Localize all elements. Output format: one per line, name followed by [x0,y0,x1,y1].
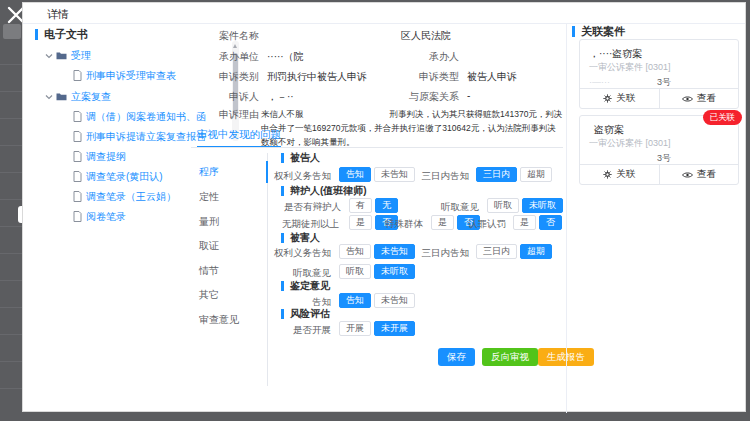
document-icon [73,151,82,162]
modal-title: 详情 [47,7,69,22]
row-label: 特殊群体 [353,218,423,231]
section-risk: 风险评估 [281,307,330,321]
tree-doc-label[interactable]: 刑事申诉受理审查表 [86,69,176,83]
toggle-group: 听取 未听取 [339,264,415,279]
tab-circumstances[interactable]: 情节 [199,264,259,278]
toggle-option[interactable]: 告知 [339,293,371,308]
field-value-appeal-category: 刑罚执行中被告人申诉 [267,70,367,84]
case-redacted-text: ·—··· [589,77,610,87]
link-case-label[interactable]: 关联 [616,92,635,105]
row-label: 是否有辩护人 [251,201,341,214]
tab-procedure[interactable]: 程序 [199,165,259,179]
view-case-button[interactable]: 查看 [660,165,739,184]
tree-doc-label[interactable]: 调查提纲 [86,150,126,164]
toggle-option[interactable]: 是 [513,215,536,230]
tab-qualification[interactable]: 定性 [199,190,259,204]
case-title: 盗窃案 [594,123,624,137]
row-label: 权利义务告知 [251,247,331,260]
toggle-option[interactable]: 三日内 [476,167,517,182]
review-section-header: 审视中发现的问题 [197,128,281,148]
row-label: 认罪认罚 [436,218,506,231]
link-case-button[interactable]: 关联 [580,89,660,108]
folder-icon [56,92,67,101]
toggle-group: 三日内 超期 [476,244,552,259]
tree-folder-label[interactable]: 受理 [71,49,91,63]
toggle-group: 三日内 超期 [476,167,552,182]
folder-icon [56,51,67,60]
toggle-option[interactable]: 听取 [339,264,371,279]
card-footer: 关联 查看 [580,88,738,108]
document-icon [73,191,82,202]
toggle-option[interactable]: 开展 [339,321,371,336]
tree-doc-label[interactable]: 阅卷笔录 [86,210,126,224]
field-value-reason: 来信人不服刑事判决，认为其只获得赃款141370元，判决中合并了一笔169270… [261,107,563,149]
reason-text-start: 来信人不服 [261,109,304,119]
toggle-option[interactable]: 有 [349,198,372,213]
tree-doc[interactable]: 调查提纲 [73,149,227,164]
view-case-button[interactable]: 查看 [660,89,739,108]
section-defendant: 被告人 [281,151,320,165]
case-subtitle: 一审公诉案件 [0301] [589,137,671,150]
field-label-relation: 与原案关系 [379,90,459,104]
field-value-appeal-type: 被告人申诉 [467,70,517,84]
background-table [0,38,22,408]
section-expert-opinion: 鉴定意见 [281,279,330,293]
row-label: 无期徒刑以上 [249,218,339,231]
tree-doc-label[interactable]: 调查笔录（王云娟） [86,190,176,204]
toggle-option[interactable]: 超期 [520,167,552,182]
row-label: 听取意见 [399,201,479,214]
gear-icon [603,170,612,179]
toggle-option[interactable]: 超期 [520,244,552,259]
eye-icon [682,171,693,179]
toggle-option[interactable]: 否 [539,215,562,230]
field-value-relation: - [467,90,470,101]
view-case-label[interactable]: 查看 [697,168,716,181]
document-icon [73,171,82,182]
reason-text-rest: 刑事判决，认为其只获得赃款141370元，判决中合并了一笔169270元款项，并… [261,109,562,147]
field-label-appellant: 申诉人 [183,90,259,104]
link-case-button[interactable]: 关联 [580,165,660,184]
tab-review-opinion[interactable]: 审查意见 [199,313,259,327]
divider [191,147,563,148]
tab-evidence[interactable]: 取证 [199,239,259,253]
related-cases-header: 关联案件 [572,24,625,39]
document-icon [73,111,82,122]
toggle-option[interactable]: 三日内 [476,244,517,259]
scroll-up-arrow-icon[interactable] [233,44,237,48]
tree-folder-label[interactable]: 立案复查 [71,90,111,104]
toggle-option[interactable]: 告知 [339,244,371,259]
reverse-review-button[interactable]: 反向审视 [482,348,538,366]
chevron-down-icon[interactable] [45,93,53,101]
toggle-option[interactable]: 告知 [339,167,371,182]
toggle-option[interactable]: 未告知 [374,293,415,308]
section-victim: 被害人 [281,231,320,245]
chevron-down-icon[interactable] [45,52,53,60]
document-icon [73,131,82,142]
card-footer: 关联 查看 [580,164,738,184]
toggle-option[interactable]: 听取 [487,198,519,213]
toggle-option[interactable]: 无 [375,198,398,213]
view-case-label[interactable]: 查看 [697,92,716,105]
row-label: 三日内告知 [389,170,469,183]
field-label-appeal-category: 申诉类别 [183,70,259,84]
link-case-label[interactable]: 关联 [616,168,635,181]
row-label: 三日内告知 [389,247,469,260]
case-title: ，····盗窃案 [589,47,642,61]
tree-doc-label[interactable]: 调查笔录(黄田认) [86,170,163,184]
field-label-appeal-type: 申诉类型 [379,70,459,84]
document-icon [73,70,82,81]
tree-doc-label[interactable]: 刑事申诉提请立案复查报告 [86,130,206,144]
toggle-group: 开展 未开展 [339,321,415,336]
toggle-group: 有 无 [349,198,398,213]
related-case-card: 已关联 盗窃案 一审公诉案件 [0301] 3号 关联 查看 [579,115,739,185]
tab-other[interactable]: 其它 [199,288,259,302]
field-value-case-name: 区人民法院 [401,29,451,43]
field-label-reason: 申诉理由 [183,108,259,122]
field-label-unit: 承办单位 [183,50,259,64]
field-label-case-name: 案件名称 [183,29,259,43]
toggle-option[interactable]: 未开展 [374,321,415,336]
toggle-option[interactable]: 未听取 [522,198,563,213]
field-value-unit: ·····（院 [267,50,304,64]
toggle-option[interactable]: 未听取 [374,264,415,279]
save-button[interactable]: 保存 [438,348,475,366]
